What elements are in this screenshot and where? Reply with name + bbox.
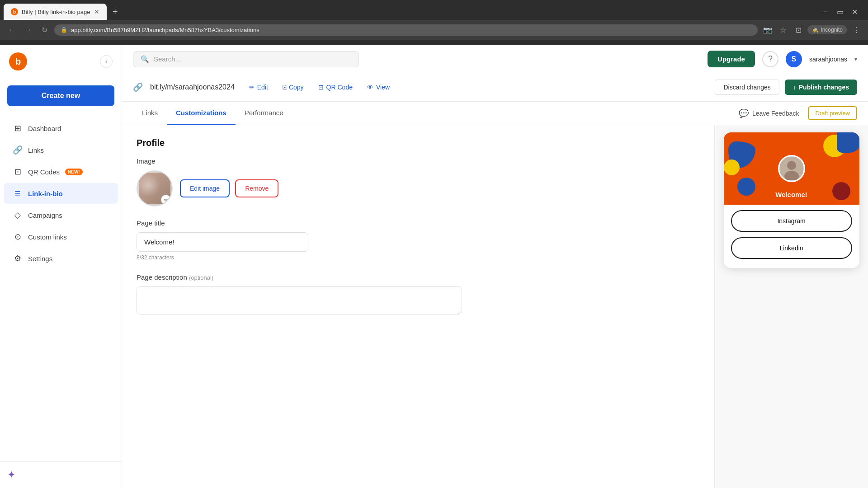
incognito-badge: 🕵 Incognito bbox=[807, 25, 847, 34]
page-url-text: bit.ly/m/saraahjoonas2024 bbox=[150, 83, 235, 91]
sidebar-item-dashboard[interactable]: ⊞ Dashboard bbox=[4, 118, 118, 139]
edit-label: Edit bbox=[257, 84, 268, 91]
tab-favicon: b bbox=[11, 8, 18, 15]
sidebar-item-custom-links[interactable]: ⊙ Custom links bbox=[4, 226, 118, 247]
feedback-label: Leave Feedback bbox=[752, 110, 799, 117]
dashboard-icon: ⊞ bbox=[13, 123, 23, 133]
sidebar-item-qr-codes[interactable]: ⊡ QR Codes NEW! bbox=[4, 161, 118, 182]
page-title-input[interactable] bbox=[137, 232, 308, 252]
optional-text: (optional) bbox=[189, 274, 213, 281]
upgrade-button[interactable]: Upgrade bbox=[708, 51, 755, 67]
minimize-button[interactable]: ─ bbox=[819, 5, 832, 18]
camera-icon[interactable]: 📷 bbox=[761, 23, 774, 36]
settings-icon: ⚙ bbox=[13, 253, 23, 263]
main-area: 🔍 Search... Upgrade ? S saraahjoonas ▾ 🔗… bbox=[122, 45, 868, 488]
page-title-label: Page title bbox=[137, 219, 700, 227]
preview-panel: Welcome! Instagram Linkedin bbox=[714, 125, 868, 488]
content-split: Profile Image ✏ Edit image Remove bbox=[122, 125, 868, 488]
browser-tab[interactable]: b Bitly | Bitly link-in-bio page ✕ bbox=[4, 4, 107, 20]
incognito-icon: 🕵 bbox=[812, 27, 819, 33]
bitly-logo: b bbox=[9, 52, 27, 70]
banner-shape-4 bbox=[724, 160, 740, 175]
chat-icon: 💬 bbox=[739, 108, 749, 118]
qr-icon: ⊡ bbox=[318, 84, 324, 91]
tab-customizations[interactable]: Customizations bbox=[167, 102, 236, 125]
draft-preview-button[interactable]: Draft preview bbox=[808, 106, 857, 120]
qr-code-label: QR Code bbox=[326, 84, 353, 91]
banner-shape-6 bbox=[832, 182, 850, 200]
edit-button[interactable]: ✏ Edit bbox=[245, 82, 272, 93]
maximize-button[interactable]: ▭ bbox=[834, 5, 846, 18]
sidebar-item-settings[interactable]: ⚙ Settings bbox=[4, 248, 118, 269]
download-icon: ↓ bbox=[793, 84, 796, 91]
sidebar-item-links[interactable]: 🔗 Links bbox=[4, 140, 118, 160]
address-text: app.bitly.com/Bn587h9MZH2/launchpads/Mn5… bbox=[71, 27, 259, 33]
image-actions: Edit image Remove bbox=[180, 179, 278, 197]
sidebar: b ‹ Create new ⊞ Dashboard 🔗 Links ⊡ QR … bbox=[0, 45, 122, 488]
url-actions: ✏ Edit ⎘ Copy ⊡ QR Code 👁 View bbox=[245, 82, 393, 93]
remove-image-button[interactable]: Remove bbox=[235, 179, 278, 197]
copy-label: Copy bbox=[289, 84, 304, 91]
tab-close-icon[interactable]: ✕ bbox=[94, 8, 99, 15]
view-label: View bbox=[376, 84, 390, 91]
page-description-label: Page description (optional) bbox=[137, 273, 700, 281]
image-row: ✏ Edit image Remove bbox=[137, 170, 700, 206]
edit-image-button[interactable]: Edit image bbox=[180, 179, 230, 197]
top-header: 🔍 Search... Upgrade ? S saraahjoonas ▾ bbox=[122, 45, 868, 73]
user-dropdown-arrow[interactable]: ▾ bbox=[854, 56, 857, 62]
back-button[interactable]: ← bbox=[5, 23, 18, 36]
create-new-button[interactable]: Create new bbox=[7, 85, 114, 106]
help-button[interactable]: ? bbox=[762, 51, 778, 67]
tab-links[interactable]: Links bbox=[133, 102, 167, 125]
sidebar-item-label-campaigns: Campaigns bbox=[28, 211, 62, 219]
editor-panel: Profile Image ✏ Edit image Remove bbox=[122, 125, 714, 488]
close-button[interactable]: ✕ bbox=[848, 5, 861, 18]
user-name: saraahjoonas bbox=[809, 56, 847, 63]
collapse-sidebar-button[interactable]: ‹ bbox=[100, 55, 113, 68]
char-count: 8/32 characters bbox=[137, 254, 700, 261]
header-right: Upgrade ? S saraahjoonas ▾ bbox=[708, 51, 857, 67]
search-icon: 🔍 bbox=[141, 55, 149, 63]
image-label: Image bbox=[137, 157, 700, 165]
forward-button[interactable]: → bbox=[22, 23, 34, 36]
preview-welcome-text: Welcome! bbox=[775, 191, 807, 198]
tabs-bar: Links Customizations Performance 💬 Leave… bbox=[122, 102, 868, 125]
banner-shape-3 bbox=[737, 178, 755, 196]
image-section: Image ✏ Edit image Remove bbox=[137, 157, 700, 206]
sidebar-item-label-dashboard: Dashboard bbox=[28, 125, 61, 132]
custom-links-icon: ⊙ bbox=[13, 232, 23, 242]
extensions-icon[interactable]: ⊡ bbox=[792, 23, 805, 36]
refresh-button[interactable]: ↻ bbox=[38, 23, 51, 36]
address-bar[interactable]: 🔒 app.bitly.com/Bn587h9MZH2/launchpads/M… bbox=[54, 24, 758, 36]
link-icon: 🔗 bbox=[133, 82, 143, 92]
image-preview: ✏ bbox=[137, 170, 173, 206]
view-button[interactable]: 👁 View bbox=[363, 82, 393, 93]
preview-link-linkedin[interactable]: Linkedin bbox=[731, 237, 852, 259]
qr-code-button[interactable]: ⊡ QR Code bbox=[315, 82, 356, 93]
sidebar-item-label-settings: Settings bbox=[28, 255, 52, 263]
page-description-section: Page description (optional) bbox=[137, 273, 700, 316]
link-in-bio-icon: ≡ bbox=[13, 188, 23, 198]
publish-changes-button[interactable]: ↓ Publish changes bbox=[785, 80, 857, 95]
svg-point-1 bbox=[787, 161, 796, 170]
leave-feedback-button[interactable]: 💬 Leave Feedback bbox=[739, 105, 799, 122]
page-description-input[interactable] bbox=[137, 286, 462, 314]
tab-performance[interactable]: Performance bbox=[236, 102, 292, 125]
lock-icon: 🔒 bbox=[61, 27, 67, 33]
publish-label: Publish changes bbox=[799, 84, 849, 91]
preview-card: Welcome! Instagram Linkedin bbox=[724, 132, 859, 268]
search-bar[interactable]: 🔍 Search... bbox=[133, 51, 359, 67]
copy-button[interactable]: ⎘ Copy bbox=[279, 82, 307, 93]
sidebar-header: b ‹ bbox=[0, 45, 122, 78]
discard-changes-button[interactable]: Discard changes bbox=[715, 80, 779, 95]
preview-link-instagram[interactable]: Instagram bbox=[731, 210, 852, 232]
edit-icon: ✏ bbox=[249, 84, 255, 91]
sidebar-bottom: ✦ bbox=[0, 461, 122, 488]
search-placeholder: Search... bbox=[154, 55, 181, 63]
preview-avatar bbox=[778, 155, 805, 182]
menu-icon[interactable]: ⋮ bbox=[850, 23, 863, 36]
sidebar-item-campaigns[interactable]: ◇ Campaigns bbox=[4, 205, 118, 225]
new-tab-button[interactable]: + bbox=[108, 5, 122, 19]
star-icon[interactable]: ☆ bbox=[777, 23, 789, 36]
sidebar-item-link-in-bio[interactable]: ≡ Link-in-bio bbox=[4, 183, 118, 204]
